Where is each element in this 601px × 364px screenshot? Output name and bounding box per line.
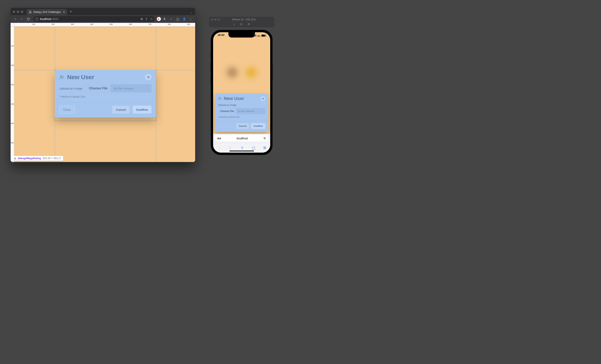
profile-avatar-icon[interactable]: 👤 <box>181 16 187 22</box>
grid-icon: ▦ <box>14 157 16 160</box>
file-input[interactable]: Choose File No file chosen <box>86 84 151 92</box>
add-user-icon <box>59 74 65 80</box>
extensions-menu-icon[interactable] <box>162 16 167 22</box>
ruler-mark: 200 <box>51 23 54 25</box>
page-canvas[interactable]: New User ✕ Upload an image Choose File N… <box>14 27 195 162</box>
close-tab-icon[interactable]: ✕ <box>63 10 65 14</box>
upload-row: Upload an image Choose File No file chos… <box>59 84 151 92</box>
ruler-mark: 300 <box>71 23 74 25</box>
tab-overflow-icon[interactable]: ⌄ <box>187 11 195 15</box>
wifi-icon <box>257 34 260 37</box>
new-tab-button[interactable]: + <box>67 10 74 15</box>
choose-file-button[interactable]: Choose File <box>86 84 111 92</box>
browser-toolbar: i localhost:3000 ⧉ ⇧ ☆ ◐ ♪ ◫ 👤 ⋮ <box>10 15 195 23</box>
dialog-title: New User <box>67 74 94 81</box>
share-icon[interactable]: ⇧ <box>241 146 244 150</box>
browser-tab[interactable]: ◎ Dialog | GUI Challenges ✕ <box>27 9 67 15</box>
ruler-mark: 400 <box>11 103 14 105</box>
blurred-element <box>227 67 238 78</box>
reload-button[interactable] <box>25 16 31 22</box>
ruler-mark: 100 <box>32 23 35 25</box>
site-info-icon[interactable]: i <box>35 17 38 20</box>
confirm-button[interactable]: Confirm <box>132 106 152 113</box>
address-bar[interactable]: i localhost:3000 ⧉ ⇧ ☆ <box>33 16 155 22</box>
ruler-corner <box>10 23 14 27</box>
ruler-mark: 600 <box>129 23 132 25</box>
close-icon[interactable]: ✕ <box>145 74 151 81</box>
iphone-screen[interactable]: 10:03 New User ✕ <box>213 32 270 153</box>
status-bar: 10:03 <box>213 33 270 38</box>
back-button[interactable] <box>12 16 18 22</box>
window-controls[interactable] <box>211 19 220 20</box>
share-icon[interactable]: ⇧ <box>145 17 148 21</box>
dialog-body: Upload an image Choose File No file chos… <box>55 83 156 99</box>
home-icon[interactable]: ⌂ <box>233 23 235 26</box>
zoom-window-icon[interactable] <box>21 10 23 13</box>
battery-icon <box>261 34 266 37</box>
safari-host: localhost <box>223 137 262 140</box>
safari-url-field[interactable]: AA localhost ↻ <box>215 135 268 142</box>
url-text: localhost:3000 <box>40 17 58 20</box>
forward-button[interactable] <box>19 16 24 22</box>
upload-hint: * Maximum upload 1mb <box>218 116 265 118</box>
simulator-titlebar: iPhone 13 – iOS 15.4 <box>209 17 274 22</box>
browser-menu-icon[interactable]: ⋮ <box>188 16 193 22</box>
cellular-icon <box>253 34 256 37</box>
close-window-icon[interactable] <box>13 10 15 13</box>
ruler-mark: 700 <box>148 23 151 25</box>
devtools-inspect-tooltip: ▦ dialog#MegaDialog 520.29 × 263.17 <box>12 156 63 161</box>
blurred-element <box>246 67 257 78</box>
ruler-mark: 400 <box>90 23 93 25</box>
media-icon[interactable]: ♪ <box>168 16 174 22</box>
bookmarks-icon[interactable]: ▢ <box>252 146 255 150</box>
screenshot-icon[interactable]: ⎙ <box>240 23 242 26</box>
dialog-footer: Clear Cancel Confirm <box>55 102 156 118</box>
forward-icon[interactable]: 〉 <box>229 145 233 150</box>
chrome-browser-window: ◎ Dialog | GUI Challenges ✕ + ⌄ i localh… <box>10 8 195 162</box>
back-icon[interactable]: 〈 <box>217 145 221 150</box>
reload-icon[interactable]: ↻ <box>263 137 266 140</box>
close-icon[interactable]: ✕ <box>260 96 265 101</box>
dialog-title: New User <box>224 96 244 101</box>
choose-file-button[interactable]: Choose File <box>218 108 236 114</box>
upload-hint: * Maximum upload 1mb <box>59 95 151 98</box>
add-user-icon <box>218 97 222 101</box>
bookmark-icon[interactable]: ☆ <box>150 17 153 21</box>
open-external-icon[interactable]: ⧉ <box>141 17 143 21</box>
dialog-footer: Cancel Confirm <box>215 121 268 132</box>
upload-label: Upload an image <box>218 104 265 107</box>
cancel-button[interactable]: Cancel <box>236 123 249 129</box>
power-button[interactable] <box>272 65 273 79</box>
vertical-ruler: 100 200 300 400 500 600 <box>10 27 14 162</box>
status-icons <box>253 33 266 38</box>
ruler-mark: 500 <box>110 23 113 25</box>
inspect-dimensions: 520.29 × 263.17 <box>43 157 61 160</box>
extension-icon[interactable]: ◐ <box>157 17 161 21</box>
cancel-button[interactable]: Cancel <box>112 106 130 113</box>
simulator-toolbar: ⌂ ⎙ ⟳ <box>209 22 274 27</box>
safari-address-bar: AA localhost ↻ <box>213 134 270 143</box>
ruler-mark: 600 <box>11 142 14 144</box>
rotate-icon[interactable]: ⟳ <box>248 23 250 26</box>
mute-switch[interactable] <box>210 53 211 58</box>
tabs-icon[interactable]: ⧉ <box>263 146 266 150</box>
file-input[interactable]: Choose File no file selected <box>218 108 265 114</box>
iphone-frame: 10:03 New User ✕ <box>211 30 272 155</box>
window-controls[interactable] <box>13 10 23 13</box>
clear-button[interactable]: Clear <box>59 106 75 113</box>
dialog-body: Upload an image Choose File no file sele… <box>215 103 268 119</box>
upload-label: Upload an image <box>59 87 82 90</box>
horizontal-ruler: 100 200 300 400 500 600 700 800 900 <box>14 23 195 27</box>
ruler-mark: 800 <box>168 23 171 25</box>
dialog-header: New User ✕ <box>55 70 156 83</box>
devtools-panel-icon[interactable]: ◫ <box>175 16 180 22</box>
mega-dialog: New User ✕ Upload an image Choose File N… <box>55 70 156 118</box>
volume-down-button[interactable] <box>210 75 211 85</box>
text-size-icon[interactable]: AA <box>217 137 221 140</box>
ruler-mark: 500 <box>11 122 14 124</box>
confirm-button[interactable]: Confirm <box>251 123 265 129</box>
volume-up-button[interactable] <box>210 63 211 73</box>
dialog-header: New User ✕ <box>215 93 268 103</box>
minimize-window-icon[interactable] <box>17 10 19 13</box>
home-indicator[interactable] <box>230 151 254 152</box>
